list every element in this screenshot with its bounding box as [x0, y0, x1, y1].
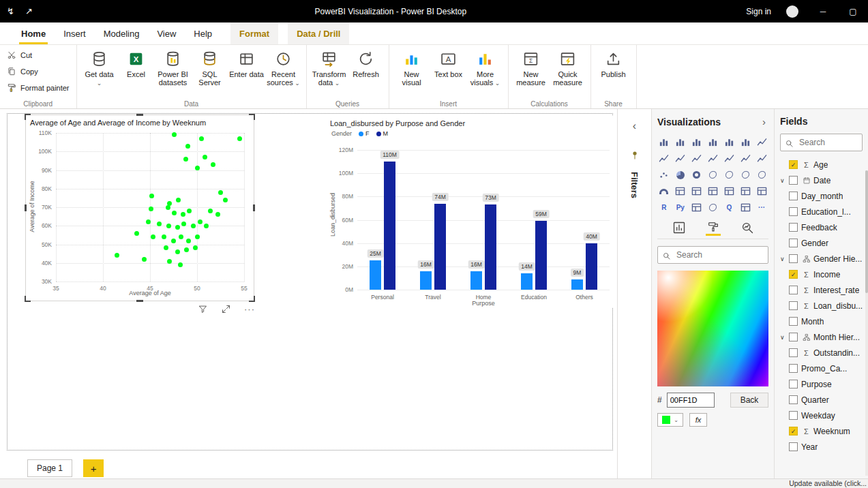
resize-handle[interactable]	[249, 114, 255, 120]
expand-chevron-icon[interactable]: ∨	[780, 256, 789, 262]
scatter-point[interactable]	[195, 234, 200, 239]
field-item-date[interactable]: ∨Date	[780, 172, 868, 188]
scatter-point[interactable]	[178, 262, 183, 267]
field-item-education-l[interactable]: Education_l...	[780, 204, 868, 219]
scatter-point[interactable]	[203, 155, 207, 159]
viz-type-clustered-column-chart[interactable]	[706, 136, 720, 149]
field-item-month-hier[interactable]: ∨Month Hier...	[780, 329, 868, 345]
field-checkbox[interactable]	[789, 239, 798, 247]
scatter-point[interactable]	[211, 162, 215, 167]
scatter-point[interactable]	[175, 225, 180, 230]
scatter-point[interactable]	[134, 231, 139, 236]
flash-icon[interactable]: ↯	[7, 6, 14, 16]
viz-type-line-and-stacked-column-chart[interactable]	[690, 152, 704, 165]
field-checkbox[interactable]	[789, 333, 798, 341]
viz-type-matrix[interactable]	[755, 185, 768, 198]
viz-type-python-visual[interactable]: Py	[674, 201, 687, 214]
expand-chevron-icon[interactable]: ∨	[780, 334, 789, 341]
field-checkbox[interactable]	[789, 348, 798, 357]
scatter-point[interactable]	[223, 198, 228, 202]
viz-type-scatter-chart[interactable]	[657, 168, 671, 181]
tab-data-drill[interactable]: Data / Drill	[288, 22, 349, 44]
field-checkbox[interactable]	[789, 286, 798, 294]
scatter-point[interactable]	[171, 239, 176, 243]
ribbon-button-publish[interactable]: Publish	[596, 48, 631, 78]
ribbon-button-enter-data[interactable]: Enter data	[229, 48, 265, 78]
page-tab-page1[interactable]: Page 1	[27, 459, 72, 477]
ribbon-button-new-measure[interactable]: ΣNew measure	[513, 48, 549, 87]
viz-type-waterfall-chart[interactable]	[738, 152, 752, 165]
scatter-point[interactable]	[208, 209, 213, 213]
viz-type-area-chart[interactable]	[657, 152, 671, 165]
viz-type-table[interactable]	[738, 185, 752, 198]
scatter-visual[interactable]: Average of Age and Average of Income by …	[26, 115, 254, 301]
expand-filters-chevron-icon[interactable]: ‹	[618, 120, 651, 132]
ribbon-button-copy[interactable]: Copy	[5, 64, 72, 78]
scatter-point[interactable]	[151, 234, 155, 239]
sign-in-button[interactable]: Sign in	[740, 7, 777, 16]
scrollbar-thumb[interactable]	[865, 170, 868, 293]
field-item-income[interactable]: ✓ΣIncome	[780, 266, 868, 282]
field-item-age[interactable]: ✓ΣAge	[780, 157, 868, 172]
ribbon-button-text-box[interactable]: AText box	[431, 48, 466, 78]
viz-type-hundred-percent-stacked-column-chart[interactable]	[738, 136, 752, 149]
field-item-weekday[interactable]: Weekday	[780, 408, 868, 423]
viz-type-kpi[interactable]	[706, 185, 720, 198]
field-checkbox[interactable]: ✓	[789, 160, 798, 169]
share-icon[interactable]: ↗	[25, 6, 33, 16]
bar-travel-m[interactable]	[434, 204, 446, 290]
ribbon-button-cut[interactable]: Cut	[5, 48, 72, 62]
ribbon-button-recent-sources[interactable]: Recent sources ⌄	[266, 48, 301, 87]
more-options-icon[interactable]: ···	[244, 304, 255, 314]
bar-home-m[interactable]	[485, 204, 496, 290]
tab-help[interactable]: Help	[185, 22, 221, 44]
scatter-point[interactable]	[166, 205, 170, 210]
viz-type-r-script-visual[interactable]: R	[657, 201, 671, 214]
viz-type-line-and-clustered-column-chart[interactable]	[706, 152, 720, 165]
ribbon-button-excel[interactable]: XExcel	[119, 48, 154, 78]
ribbon-button-power-bi-datasets[interactable]: Power BI datasets	[155, 48, 191, 87]
scatter-point[interactable]	[149, 207, 153, 211]
scatter-point[interactable]	[146, 219, 151, 224]
viz-type-treemap[interactable]	[706, 168, 720, 181]
bar-personal-m[interactable]	[384, 162, 395, 290]
field-checkbox[interactable]: ✓	[789, 427, 798, 436]
fields-search-input[interactable]	[798, 137, 858, 148]
bar-education-m[interactable]	[535, 221, 547, 290]
scatter-point[interactable]	[218, 190, 223, 195]
scatter-point[interactable]	[172, 132, 177, 137]
expand-chevron-icon[interactable]: ∨	[780, 177, 789, 184]
resize-handle[interactable]	[136, 114, 143, 116]
field-item-interest-rate[interactable]: ΣInterest_rate	[780, 282, 868, 298]
scatter-point[interactable]	[215, 212, 220, 217]
scatter-point[interactable]	[172, 211, 177, 215]
field-checkbox[interactable]: ✓	[789, 270, 798, 279]
field-item-month[interactable]: Month	[780, 314, 868, 329]
field-checkbox[interactable]	[789, 207, 798, 216]
bar-personal-f[interactable]	[370, 260, 381, 290]
viz-type-stacked-bar-chart[interactable]	[657, 136, 671, 149]
field-item-gender-hie[interactable]: ∨Gender Hie...	[780, 251, 868, 266]
scatter-point[interactable]	[198, 219, 203, 224]
field-checkbox[interactable]	[789, 442, 798, 451]
viz-type-key-influencers[interactable]	[690, 201, 704, 214]
viz-type-multi-row-card[interactable]	[690, 185, 704, 198]
field-checkbox[interactable]	[789, 411, 798, 420]
viz-type-more-options[interactable]: ···	[755, 201, 768, 214]
bar-others-f[interactable]	[571, 279, 583, 290]
bar-home-f[interactable]	[470, 271, 482, 290]
scatter-point[interactable]	[183, 157, 188, 162]
bar-education-f[interactable]	[521, 273, 533, 290]
field-item-quarter[interactable]: Quarter	[780, 392, 868, 408]
tab-format[interactable]: Format	[230, 22, 278, 44]
field-item-outstandin[interactable]: ΣOutstandin...	[780, 345, 868, 361]
maximize-button[interactable]: ▢	[838, 0, 868, 22]
bar-travel-f[interactable]	[420, 271, 432, 290]
viz-type-line-chart[interactable]	[755, 136, 768, 149]
scatter-point[interactable]	[195, 166, 200, 170]
ribbon-button-more-visuals[interactable]: More visuals ⌄	[468, 48, 503, 87]
scatter-point[interactable]	[175, 249, 180, 254]
field-checkbox[interactable]	[789, 317, 798, 326]
scatter-point[interactable]	[204, 224, 209, 228]
viz-type-paginated-report[interactable]	[738, 201, 752, 214]
